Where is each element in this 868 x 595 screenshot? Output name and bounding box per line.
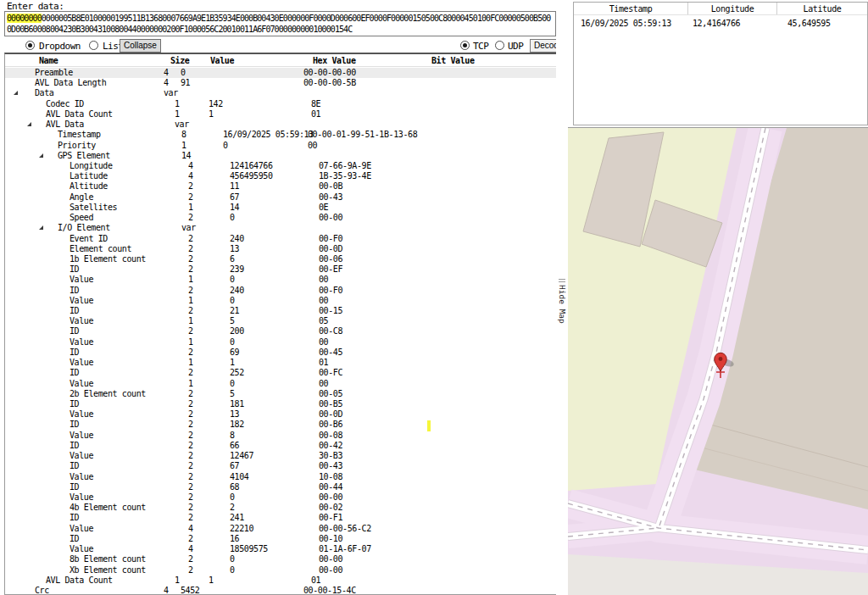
tree-cell-value: 91 [181, 78, 190, 88]
tree-rows: Preamble4000-00-00-00AVL Data Length4910… [5, 68, 556, 595]
tree-row[interactable]: Value2800-08 [5, 431, 556, 441]
tree-row[interactable]: ID26600-42 [5, 441, 556, 451]
tree-cell-size: 2 [188, 554, 193, 564]
hex-data-input[interactable]: 000000000000005B8E0100000199511B13680007… [4, 11, 556, 36]
tree-row[interactable]: Crc4545200-00-15-4C [5, 586, 556, 595]
tree-row[interactable]: Priority1000 [5, 141, 556, 151]
tree-cell-size: 1 [181, 141, 186, 151]
tree-row[interactable]: Value1000 [5, 275, 556, 285]
column-header-longitude[interactable]: Longitude [687, 3, 776, 14]
expander-icon[interactable] [14, 91, 18, 95]
collapse-button[interactable]: Collapse [120, 39, 161, 53]
udp-radio-label[interactable]: UDP [508, 41, 523, 52]
tree-row[interactable]: Satellites1140E [5, 203, 556, 213]
tree-cell-hex: 00-C8 [319, 326, 342, 336]
tree-row[interactable]: ID223900-EF [5, 264, 556, 275]
tree-row[interactable]: Value21300-0D [5, 409, 556, 420]
tree-row[interactable]: Value21246730-B3 [5, 451, 556, 461]
tree-row[interactable]: AVL Data Length49100-00-00-5B [5, 78, 556, 88]
tree-row[interactable]: I/O Elementvar [5, 223, 556, 233]
tree-cell-name: Value [70, 409, 93, 420]
tree-row[interactable]: ID26800-44 [5, 482, 556, 492]
tree-cell-size: 2 [188, 503, 193, 513]
tree-row[interactable]: Value1000 [5, 337, 556, 348]
tree-row[interactable]: 8b Element count2000-00 [5, 554, 556, 564]
tree-row[interactable]: ID218200-B6 [5, 420, 556, 430]
tree-cell-value: 1 [209, 109, 214, 120]
tree-cell-value: 124164766 [230, 161, 273, 171]
tree-cell-value: 241 [230, 513, 244, 523]
tree-row[interactable]: ID26700-43 [5, 461, 556, 471]
column-header-latitude[interactable]: Latitude [776, 3, 867, 14]
map-splitter[interactable]: Hide Map [556, 0, 568, 595]
tcp-radio-label[interactable]: TCP [473, 41, 488, 52]
tree-row[interactable]: Longitude412416476607-66-9A-9E [5, 161, 556, 171]
tree-row[interactable]: Value1101 [5, 358, 556, 368]
tree-row[interactable]: ID218100-B5 [5, 399, 556, 409]
tree-row[interactable]: 1b Element count2600-06 [5, 254, 556, 264]
tree-row[interactable]: Value1000 [5, 296, 556, 306]
tree-cell-size: 1 [188, 358, 193, 368]
tree-row[interactable]: Value42221000-00-56-C2 [5, 524, 556, 534]
tree-row[interactable]: AVL Data Count1101 [5, 576, 556, 586]
tree-row[interactable]: ID21600-10 [5, 534, 556, 544]
longitude-cell: 12,4164766 [693, 19, 740, 28]
tree-cell-hex: 01 [311, 109, 320, 120]
listview-radio[interactable] [89, 41, 98, 50]
tcp-radio[interactable] [460, 41, 470, 50]
tree-row[interactable]: Codec ID11428E [5, 99, 556, 109]
tree-row[interactable]: AVL Datavar [5, 120, 556, 130]
tree-cell-name: ID [70, 348, 79, 358]
tree-row[interactable]: Value1000 [5, 379, 556, 389]
tree-row[interactable]: Value41850957501-1A-6F-07 [5, 544, 556, 554]
tree-row[interactable]: ID26900-45 [5, 348, 556, 358]
tree-row[interactable]: AVL Data Count1101 [5, 109, 556, 120]
tree-cell-value: 13 [230, 409, 239, 420]
tree-row[interactable]: Value1505 [5, 316, 556, 326]
tree-cell-name: AVL Data [46, 120, 84, 130]
tree-row[interactable]: Angle26700-43 [5, 192, 556, 203]
map-canvas[interactable] [568, 127, 868, 595]
tree-row[interactable]: Element count21300-0D [5, 244, 556, 254]
tree-cell-value: 16/09/2025 05:59:13 [223, 130, 314, 140]
column-header-timestamp[interactable]: Timestamp [574, 3, 687, 14]
tree-row[interactable]: ID224000-F0 [5, 286, 556, 296]
tree-row[interactable]: Preamble4000-00-00-00 [5, 68, 556, 78]
dropdown-radio-label[interactable]: Dropdown [39, 41, 81, 52]
tree-cell-hex: 00-45 [319, 348, 342, 358]
tree-cell-size: 14 [181, 151, 191, 161]
tree-cell-size: 1 [188, 203, 193, 213]
dropdown-radio[interactable] [25, 41, 35, 50]
tree-row[interactable]: 2b Element count2500-05 [5, 389, 556, 399]
tree-row[interactable]: Altitude21100-0B [5, 181, 556, 192]
tree-row[interactable]: Timestamp816/09/2025 05:59:1300-00-01-99… [5, 130, 556, 140]
expander-icon[interactable] [39, 225, 43, 230]
tree-row[interactable]: ID220000-C8 [5, 326, 556, 336]
tree-row[interactable]: Value2000-00 [5, 492, 556, 503]
tree-row[interactable]: GPS Element14 [5, 151, 556, 161]
tree-cell-name: Xb Element count [70, 565, 146, 576]
hide-map-button[interactable]: Hide Map [556, 278, 568, 329]
tree-row[interactable]: 4b Element count2200-02 [5, 503, 556, 513]
tree-cell-hex: 00 [319, 275, 328, 285]
tree-row[interactable]: ID224100-F1 [5, 513, 556, 523]
tree-row[interactable]: ID22100-15 [5, 306, 556, 316]
tree-cell-hex: 00-42 [319, 441, 342, 451]
expander-icon[interactable] [39, 153, 43, 158]
tree-cell-hex: 1B-35-93-4E [319, 171, 371, 181]
tree-cell-value: 1 [209, 576, 214, 586]
tree-cell-hex: 00-00 [319, 492, 342, 503]
tree-cell-value: 0 [181, 68, 186, 78]
tree-row[interactable]: ID225200-FC [5, 368, 556, 378]
tree-column-header: Name [39, 55, 58, 66]
tree-row[interactable]: Datavar [5, 88, 556, 98]
tree-row[interactable]: Speed2000-00 [5, 213, 556, 223]
tree-cell-size: var [181, 223, 196, 233]
udp-radio[interactable] [495, 41, 504, 50]
expander-icon[interactable] [27, 122, 31, 126]
tree-row[interactable]: Latitude44564959501B-35-93-4E [5, 171, 556, 181]
tree-row[interactable]: Value2410410-08 [5, 472, 556, 482]
tree-row[interactable]: Event ID224000-F0 [5, 234, 556, 244]
tree-row[interactable]: Xb Element count2000-00 [5, 565, 556, 576]
tree-column-header: Bit Value [431, 55, 475, 66]
